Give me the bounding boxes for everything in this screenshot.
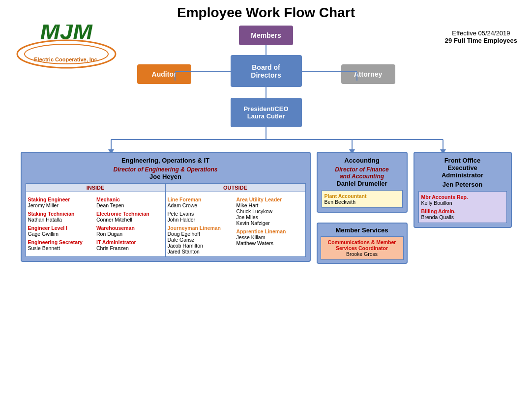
- jesse-killam: Jesse Killam: [236, 234, 303, 240]
- billing-admin-name: Brenda Qualls: [421, 214, 504, 220]
- dept-row: Engineering, Operations & IT Director of…: [8, 152, 524, 264]
- acc-name: Daniel Drumeller: [322, 180, 403, 187]
- staking-tech-title: Staking Technician: [28, 211, 95, 217]
- eng-sec-name: Susie Bennett: [28, 245, 95, 251]
- president-dept-connector: [45, 127, 487, 152]
- auditor-box: Auditor: [137, 64, 191, 84]
- front-inner-box: Mbr Accounts Rep. Kelly Bouillon Billing…: [418, 191, 507, 223]
- acc-title: Accounting: [322, 157, 403, 164]
- apprentice-title: Apprentice Lineman: [236, 228, 303, 234]
- page-title: Employee Work Flow Chart: [10, 5, 522, 21]
- member-services-title: Member Services: [321, 226, 404, 234]
- warehouse-name: Ron Dugan: [96, 231, 163, 237]
- outside-header: OUTSIDE: [166, 184, 305, 192]
- inside-col-2: Mechanic Dean Tepen Electronic Technicia…: [96, 194, 163, 251]
- member-services-box: Member Services Communications & MemberS…: [317, 223, 408, 264]
- mechanic-name: Dean Tepen: [96, 202, 163, 208]
- engineer-l1-title: Engineer Level I: [28, 225, 95, 231]
- front-office-dept-box: Front OfficeExecutiveAdministrator Jen P…: [414, 152, 512, 228]
- eng-sec-title: Engineering Secretary: [28, 239, 95, 245]
- mbr-acc-rep-title: Mbr Accounts Rep.: [421, 194, 504, 200]
- outside-col-2: Area Utility Leader Mike Hart Chuck Lucy…: [236, 194, 303, 254]
- john-halder: John Halder: [168, 217, 235, 223]
- front-title: Front OfficeExecutiveAdministrator: [418, 157, 507, 179]
- staking-tech-name: Nathan Hatalla: [28, 217, 95, 223]
- dept-connector-svg: [45, 127, 487, 152]
- engineering-dept-box: Engineering, Operations & IT Director of…: [21, 152, 311, 262]
- eng-title: Engineering, Operations & IT: [26, 157, 306, 164]
- plant-acc-name: Ben Beckwith: [325, 199, 400, 205]
- svg-marker-13: [349, 149, 355, 152]
- board-connector-h: [118, 71, 414, 73]
- accounting-column: Accounting Director of Financeand Accoun…: [317, 152, 408, 264]
- matthew-waters: Matthew Waters: [236, 240, 303, 246]
- svg-marker-14: [440, 149, 446, 152]
- members-box: Members: [239, 26, 293, 45]
- eng-name: Joe Heyen: [26, 173, 306, 180]
- plant-accountant-box: Plant Accountant Ben Beckwith: [322, 190, 403, 208]
- attorney-box: Attorney: [341, 64, 395, 84]
- it-admin-name: Chris Franzen: [96, 245, 163, 251]
- svg-marker-12: [108, 149, 114, 152]
- mbr-acc-rep-name: Kelly Bouillon: [421, 200, 504, 206]
- eng-grid: INSIDE Staking Engineer Jeromy Miller St…: [26, 183, 306, 257]
- dale-gansz: Dale Gansz: [168, 237, 235, 243]
- ms-coord-title: Communications & MemberServices Coordina…: [324, 239, 401, 251]
- outside-content: Line Foreman Adam Crowe Pete Evans John …: [166, 192, 305, 256]
- doug-egelhoff: Doug Egelhoff: [168, 231, 235, 237]
- kevin-nafziger: Kevin Nafziger: [236, 220, 303, 226]
- journeyman-title: Journeyman Lineman: [168, 225, 235, 231]
- president-box: President/CEOLaura Cutler: [231, 98, 302, 127]
- line-foreman-name: Adam Crowe: [168, 202, 235, 208]
- inside-col-1: Staking Engineer Jeromy Miller Staking T…: [28, 194, 95, 251]
- billing-admin-title: Billing Admin.: [421, 208, 504, 214]
- jacob-hamilton: Jacob Hamilton: [168, 243, 235, 249]
- engineer-l1-name: Gage Gwillim: [28, 231, 95, 237]
- inside-header: INSIDE: [26, 184, 165, 192]
- elec-tech-name: Conner Mitchell: [96, 217, 163, 223]
- front-name: Jen Peterson: [418, 181, 507, 188]
- president-label: President/CEOLaura Cutler: [243, 105, 288, 120]
- page: Employee Work Flow Chart MJM Electric Co…: [0, 0, 532, 394]
- line-foreman-title: Line Foreman: [168, 197, 235, 202]
- accounting-dept-box: Accounting Director of Financeand Accoun…: [317, 152, 408, 213]
- eng-subtitle: Director of Engineering & Operations: [26, 166, 306, 173]
- outside-section: OUTSIDE Line Foreman Adam Crowe Pete Eva…: [166, 184, 305, 256]
- connector-members-board: [266, 45, 266, 55]
- warehouse-title: Warehouseman: [96, 225, 163, 231]
- outside-col-1: Line Foreman Adam Crowe Pete Evans John …: [168, 194, 235, 254]
- staking-engineer-title: Staking Engineer: [28, 197, 95, 202]
- joe-miles: Joe Miles: [236, 214, 303, 220]
- mike-hart: Mike Hart: [236, 202, 303, 208]
- ms-coord-name: Brooke Gross: [324, 251, 401, 257]
- chuck-lucykow: Chuck Lucykow: [236, 208, 303, 214]
- jared-stanton: Jared Stanton: [168, 249, 235, 254]
- pete-evans: Pete Evans: [168, 211, 235, 217]
- inside-content: Staking Engineer Jeromy Miller Staking T…: [26, 192, 165, 253]
- ms-inner: Communications & MemberServices Coordina…: [321, 236, 404, 260]
- it-admin-title: IT Administrator: [96, 239, 163, 245]
- staking-engineer-name: Jeromy Miller: [28, 202, 95, 208]
- elec-tech-title: Electronic Technician: [96, 211, 163, 217]
- plant-acc-title: Plant Accountant: [325, 193, 400, 199]
- mechanic-title: Mechanic: [96, 197, 163, 202]
- connector-board-president: [266, 87, 266, 98]
- acc-subtitle: Director of Financeand Accounting: [322, 166, 403, 180]
- area-utility-title: Area Utility Leader: [236, 197, 303, 202]
- inside-section: INSIDE Staking Engineer Jeromy Miller St…: [26, 184, 166, 256]
